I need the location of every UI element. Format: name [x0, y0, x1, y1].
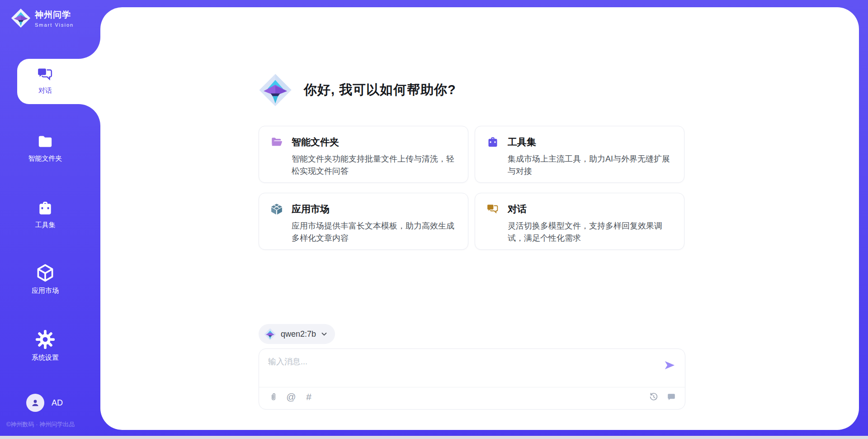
sidebar-item-smart-folder[interactable]: 智能文件夹: [0, 133, 90, 163]
card-head: 智能文件夹: [270, 135, 457, 149]
app-market-cube-icon: [270, 202, 283, 216]
model-selector[interactable]: qwen2:7b: [259, 324, 335, 344]
folder-icon: [35, 133, 55, 151]
brand-diamond-icon: [11, 8, 31, 28]
chat-bubbles-icon: [36, 66, 54, 83]
card-toolset[interactable]: 工具集 集成市场上主流工具，助力AI与外界无缝扩展与对接: [475, 126, 684, 183]
brand: 神州问学 Smart Vision: [11, 8, 74, 28]
card-description: 智能文件夹功能支持批量文件上传与清洗，轻松实现文件问答: [292, 153, 457, 177]
user-account[interactable]: AD: [26, 394, 63, 412]
card-head: 对话: [486, 202, 673, 216]
sidebar-item-label: 工具集: [35, 221, 56, 229]
sidebar-item-toolset[interactable]: 工具集: [0, 199, 90, 229]
copyright-text: ©神州数码 · 神州问学出品: [6, 420, 75, 429]
card-title: 应用市场: [292, 203, 330, 215]
card-description: 集成市场上主流工具，助力AI与外界无缝扩展与对接: [508, 153, 673, 177]
sidebar: 神州问学 Smart Vision 对话 智能文件夹 工具集 应用市场: [0, 0, 100, 439]
chevron-down-icon: [321, 330, 328, 338]
brand-subtitle: Smart Vision: [35, 22, 74, 28]
user-name: AD: [52, 398, 63, 408]
composer-right-tools: [648, 391, 677, 402]
card-title: 对话: [508, 203, 527, 215]
toolbox-icon: [36, 199, 55, 217]
horizontal-scrollbar[interactable]: [0, 436, 868, 439]
gear-icon: [35, 329, 56, 350]
cube-icon: [35, 263, 56, 283]
topic-icon[interactable]: #: [303, 391, 314, 402]
chat-bubbles-icon: [486, 202, 500, 216]
sidebar-item-settings[interactable]: 系统设置: [0, 329, 90, 362]
folder-open-icon: [270, 135, 283, 149]
history-icon[interactable]: [648, 391, 659, 402]
card-app-market[interactable]: 应用市场 应用市场提供丰富长文本模板，助力高效生成多样化文章内容: [259, 193, 468, 250]
sidebar-item-label: 对话: [38, 86, 52, 95]
sidebar-item-label: 系统设置: [32, 353, 59, 362]
card-chat[interactable]: 对话 灵活切换多模型文件，支持多样回复效果调试，满足个性化需求: [475, 193, 684, 250]
toolbox-icon: [486, 135, 500, 149]
mention-icon[interactable]: @: [286, 391, 297, 402]
sidebar-item-app-market[interactable]: 应用市场: [0, 263, 90, 295]
attach-icon[interactable]: [268, 391, 279, 402]
avatar: [26, 394, 44, 412]
composer-divider: [259, 387, 685, 387]
main-panel: 你好, 我可以如何帮助你? 智能文件夹 智能文件夹功能支持批量文件上传与清洗，轻…: [100, 7, 859, 430]
greeting-block: 你好, 我可以如何帮助你?: [259, 73, 456, 107]
message-input[interactable]: [268, 356, 657, 382]
sidebar-item-chat[interactable]: 对话: [0, 66, 90, 95]
greeting-title: 你好, 我可以如何帮助你?: [304, 81, 456, 99]
card-smart-folder[interactable]: 智能文件夹 智能文件夹功能支持批量文件上传与清洗，轻松实现文件问答: [259, 126, 468, 183]
sidebar-item-label: 智能文件夹: [28, 154, 62, 163]
feature-cards: 智能文件夹 智能文件夹功能支持批量文件上传与清洗，轻松实现文件问答 工具集 集成…: [259, 126, 684, 250]
card-description: 灵活切换多模型文件，支持多样回复效果调试，满足个性化需求: [508, 220, 673, 244]
nav-bubble-curve-top: [79, 37, 100, 59]
card-description: 应用市场提供丰富长文本模板，助力高效生成多样化文章内容: [292, 220, 457, 244]
brand-name: 神州问学: [35, 9, 74, 21]
model-name: qwen2:7b: [281, 329, 316, 339]
user-icon: [30, 397, 41, 408]
sidebar-item-label: 应用市场: [32, 286, 59, 295]
send-icon[interactable]: [663, 359, 676, 372]
card-head: 应用市场: [270, 202, 457, 216]
brand-diamond-icon: [259, 73, 292, 107]
feedback-bubble-icon[interactable]: [666, 391, 677, 402]
model-logo-icon: [264, 328, 276, 340]
composer-tools: @ #: [268, 391, 314, 402]
card-title: 智能文件夹: [292, 136, 339, 148]
nav-bubble-curve-bottom: [79, 104, 100, 126]
card-title: 工具集: [508, 136, 536, 148]
message-composer: @ #: [259, 348, 685, 410]
card-head: 工具集: [486, 135, 673, 149]
